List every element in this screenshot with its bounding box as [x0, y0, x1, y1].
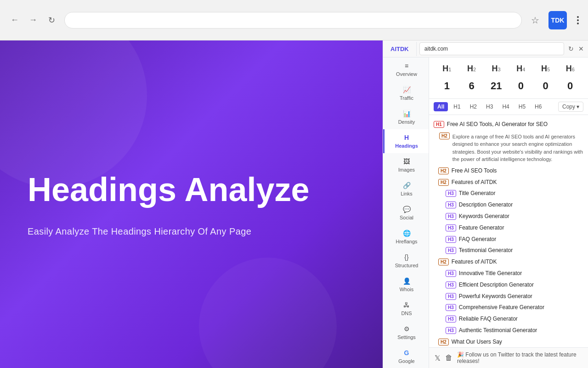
- more-dot-3: [577, 23, 579, 24]
- density-icon: 📊: [403, 110, 411, 117]
- heading-text: Features of AITDK: [452, 258, 497, 266]
- hreflangs-icon: 🌐: [403, 230, 411, 237]
- main-area: Headings Analyze Easily Analyze The Head…: [0, 40, 588, 368]
- h5-col: H5: [533, 62, 558, 75]
- sidebar-item-images[interactable]: 🖼 Images: [383, 153, 429, 177]
- url-text: aitdk.com: [424, 46, 448, 52]
- h5-label: H5: [533, 64, 558, 74]
- list-item: H3 Keywords Generator: [429, 211, 588, 222]
- copy-button[interactable]: Copy ▾: [558, 102, 583, 112]
- images-icon: 🖼: [403, 158, 410, 165]
- copy-chevron-icon: ▾: [577, 104, 579, 110]
- sidebar-item-headings[interactable]: H Headings: [383, 129, 429, 153]
- address-bar[interactable]: [64, 12, 522, 29]
- h3-badge: H3: [446, 190, 456, 197]
- extension-body: ≡ Overview 📈 Traffic 📊 Density H Heading…: [383, 58, 588, 368]
- h2-label: H2: [459, 64, 484, 74]
- sidebar-label-hreflangs: Hreflangs: [396, 239, 417, 244]
- h2-count-col: 6: [459, 75, 484, 94]
- sidebar: ≡ Overview 📈 Traffic 📊 Density H Heading…: [383, 58, 429, 368]
- brand-tab[interactable]: AITDK: [383, 42, 417, 56]
- sidebar-item-google[interactable]: G Google: [383, 345, 429, 368]
- sidebar-item-traffic[interactable]: 📈 Traffic: [383, 81, 429, 105]
- nav-buttons: ← → ↻: [7, 13, 59, 28]
- twitter-button[interactable]: 𝕏: [435, 354, 441, 362]
- list-item: H2 What Our Users Say: [429, 336, 588, 347]
- headings-icon: H: [404, 134, 409, 141]
- sidebar-label-structured: Structured: [395, 263, 418, 268]
- filter-tab-h5[interactable]: H5: [515, 102, 529, 111]
- filter-tab-all[interactable]: All: [434, 102, 448, 111]
- list-item: H2 Features of AITDK: [429, 256, 588, 268]
- browser-chrome: ← → ↻ ☆ TDK: [0, 0, 588, 40]
- heading-counts: H1 H2 H3 H4 H5: [429, 58, 588, 99]
- bookmark-button[interactable]: ☆: [531, 15, 539, 26]
- sidebar-label-dns: DNS: [401, 310, 412, 316]
- sidebar-label-social: Social: [400, 215, 413, 220]
- reload-button[interactable]: ↻: [44, 13, 59, 28]
- h6-count-col: 0: [558, 75, 582, 94]
- heading-text: What Our Users Say: [452, 338, 502, 346]
- sidebar-item-structured[interactable]: {} Structured: [383, 249, 429, 273]
- settings-icon: ⚙: [404, 325, 410, 333]
- h4-col: H4: [509, 62, 533, 75]
- filter-tab-h4[interactable]: H4: [498, 102, 513, 111]
- heading-list[interactable]: H1 Free AI SEO Tools, AI Generator for S…: [429, 115, 588, 347]
- list-item: H2 Explore a range of free AI SEO tools …: [429, 130, 588, 165]
- trash-button[interactable]: 🗑: [445, 354, 452, 362]
- google-icon: G: [404, 349, 409, 356]
- heading-labels-row: H1 H2 H3 H4 H5: [435, 62, 582, 75]
- heading-text: Description Generator: [459, 201, 513, 209]
- h5-count-col: 0: [533, 75, 558, 94]
- copy-label: Copy: [562, 104, 575, 110]
- sidebar-item-hreflangs[interactable]: 🌐 Hreflangs: [383, 225, 429, 249]
- filter-tab-h3[interactable]: H3: [482, 102, 497, 111]
- heading-text: FAQ Generator: [459, 236, 496, 243]
- filter-tab-h6[interactable]: H6: [531, 102, 545, 111]
- h3-badge: H3: [446, 316, 456, 322]
- heading-counts-row: 1 6 21 0 0: [435, 75, 582, 94]
- sidebar-item-settings[interactable]: ⚙ Settings: [383, 321, 429, 345]
- h3-badge: H3: [446, 293, 456, 300]
- url-bar[interactable]: aitdk.com: [419, 42, 564, 55]
- hero-title: Headings Analyze: [28, 172, 355, 208]
- sidebar-item-whois[interactable]: 👤 Whois: [383, 273, 429, 297]
- panel-close-button[interactable]: ✕: [577, 44, 585, 54]
- filter-tab-h1[interactable]: H1: [450, 102, 464, 111]
- more-dot-2: [577, 19, 579, 21]
- sidebar-item-density[interactable]: 📊 Density: [383, 105, 429, 129]
- back-button[interactable]: ←: [7, 13, 22, 28]
- heading-text: Authentic Testimonial Generator: [459, 327, 537, 334]
- bottom-message: 🎉 Follow us on Twitter to track the late…: [457, 351, 582, 364]
- more-button[interactable]: [575, 13, 581, 27]
- social-icon: 💬: [403, 206, 411, 213]
- h2-count: 6: [459, 80, 484, 92]
- sidebar-item-dns[interactable]: 🖧 DNS: [383, 297, 429, 321]
- sidebar-label-headings: Headings: [395, 143, 418, 149]
- h3-badge: H3: [446, 282, 456, 288]
- sidebar-label-settings: Settings: [397, 334, 416, 340]
- avatar[interactable]: TDK: [548, 11, 567, 29]
- h3-badge: H3: [446, 270, 456, 277]
- structured-icon: {}: [404, 253, 408, 261]
- h1-label: H1: [435, 64, 459, 74]
- list-item: H2 Free AI SEO Tools: [429, 165, 588, 177]
- h1-count: 1: [435, 80, 459, 92]
- sidebar-label-images: Images: [398, 167, 415, 172]
- heading-text: Efficient Description Generator: [459, 281, 534, 289]
- list-item: H3 Powerful Keywords Generator: [429, 291, 588, 302]
- h3-badge: H3: [446, 213, 456, 220]
- panel-reload-button[interactable]: ↻: [567, 44, 575, 54]
- list-item: H3 FAQ Generator: [429, 234, 588, 245]
- sidebar-item-social[interactable]: 💬 Social: [383, 201, 429, 225]
- list-item: H1 Free AI SEO Tools, AI Generator for S…: [429, 119, 588, 130]
- more-dot-1: [577, 16, 579, 18]
- forward-button[interactable]: →: [26, 13, 40, 28]
- h6-count: 0: [558, 80, 582, 92]
- sidebar-label-links: Links: [401, 191, 413, 196]
- sidebar-item-overview[interactable]: ≡ Overview: [383, 58, 429, 81]
- whois-icon: 👤: [403, 277, 411, 285]
- list-item: H3 Authentic Testimonial Generator: [429, 325, 588, 336]
- filter-tab-h2[interactable]: H2: [466, 102, 481, 111]
- sidebar-item-links[interactable]: 🔗 Links: [383, 177, 429, 201]
